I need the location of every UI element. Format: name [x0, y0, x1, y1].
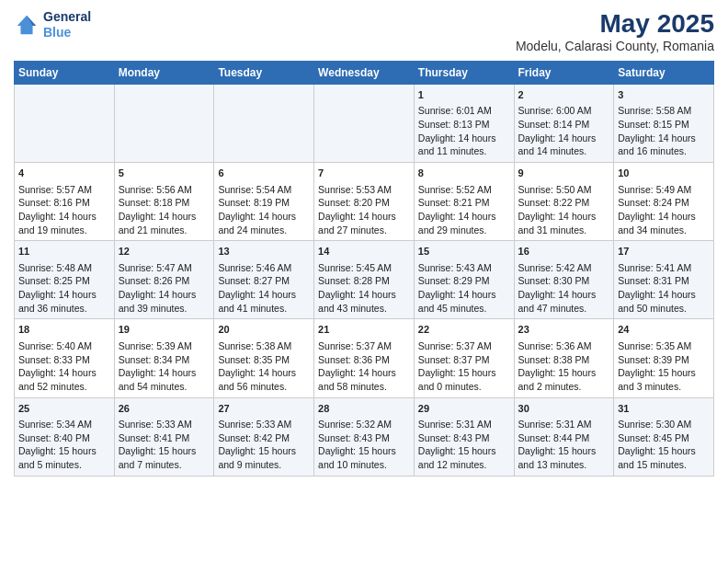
day-info: and 58 minutes. — [318, 380, 410, 394]
calendar-cell: 21Sunrise: 5:37 AMSunset: 8:36 PMDayligh… — [314, 319, 415, 397]
day-info: Sunrise: 5:39 AM — [119, 339, 210, 353]
title-block: May 2025 Modelu, Calarasi County, Romani… — [516, 9, 714, 53]
calendar-cell: 31Sunrise: 5:30 AMSunset: 8:45 PMDayligh… — [614, 397, 714, 476]
day-number: 3 — [618, 88, 710, 102]
header-day-tuesday: Tuesday — [214, 62, 314, 85]
day-number: 11 — [18, 245, 110, 259]
day-info: Sunrise: 5:37 AM — [318, 339, 410, 353]
day-info: and 9 minutes. — [218, 458, 310, 472]
day-info: and 2 minutes. — [518, 380, 610, 394]
day-info: Sunset: 8:45 PM — [618, 431, 710, 445]
day-info: Daylight: 14 hours — [119, 288, 210, 302]
calendar-cell: 23Sunrise: 5:36 AMSunset: 8:38 PMDayligh… — [514, 319, 614, 397]
day-info: Daylight: 14 hours — [318, 366, 410, 380]
day-info: Daylight: 14 hours — [18, 210, 110, 224]
day-info: Sunset: 8:33 PM — [18, 353, 110, 367]
day-info: Sunset: 8:44 PM — [518, 431, 610, 445]
logo-text: General Blue — [43, 9, 91, 40]
day-info: Daylight: 14 hours — [518, 210, 610, 224]
day-info: Daylight: 14 hours — [18, 366, 110, 380]
day-info: Sunset: 8:26 PM — [119, 274, 210, 288]
week-row-3: 11Sunrise: 5:48 AMSunset: 8:25 PMDayligh… — [15, 241, 714, 319]
day-info: Sunset: 8:28 PM — [318, 274, 410, 288]
day-info: Sunset: 8:16 PM — [18, 196, 110, 210]
day-info: Sunset: 8:39 PM — [618, 353, 710, 367]
day-number: 5 — [119, 167, 210, 180]
calendar-cell: 2Sunrise: 6:00 AMSunset: 8:14 PMDaylight… — [514, 85, 614, 163]
week-row-5: 25Sunrise: 5:34 AMSunset: 8:40 PMDayligh… — [15, 397, 714, 476]
header-day-friday: Friday — [514, 62, 614, 85]
day-info: and 12 minutes. — [418, 458, 510, 472]
calendar-cell: 16Sunrise: 5:42 AMSunset: 8:30 PMDayligh… — [514, 241, 614, 319]
day-number: 27 — [218, 402, 310, 416]
day-info: and 29 minutes. — [418, 224, 510, 237]
day-number: 21 — [318, 323, 410, 337]
day-info: and 10 minutes. — [318, 458, 410, 472]
day-info: Daylight: 14 hours — [318, 210, 410, 224]
day-number: 12 — [119, 245, 210, 259]
day-number: 9 — [518, 167, 610, 180]
day-info: Sunset: 8:38 PM — [518, 353, 610, 367]
day-number: 4 — [18, 167, 110, 180]
header-day-thursday: Thursday — [414, 62, 514, 85]
day-info: and 47 minutes. — [518, 302, 610, 316]
day-info: Daylight: 14 hours — [218, 288, 310, 302]
calendar-cell: 15Sunrise: 5:43 AMSunset: 8:29 PMDayligh… — [414, 241, 514, 319]
logo-icon — [14, 12, 40, 38]
calendar-cell: 26Sunrise: 5:33 AMSunset: 8:41 PMDayligh… — [114, 397, 214, 476]
day-info: Sunset: 8:14 PM — [518, 118, 610, 132]
day-info: Sunrise: 5:43 AM — [418, 261, 510, 275]
day-info: and 36 minutes. — [18, 302, 110, 316]
day-info: and 43 minutes. — [318, 302, 410, 316]
day-info: Sunrise: 5:33 AM — [119, 418, 210, 431]
header: General Blue May 2025 Modelu, Calarasi C… — [14, 9, 714, 53]
calendar-cell: 6Sunrise: 5:54 AMSunset: 8:19 PMDaylight… — [214, 163, 314, 241]
day-info: Sunrise: 5:46 AM — [218, 261, 310, 275]
day-info: and 0 minutes. — [418, 380, 510, 394]
day-info: and 13 minutes. — [518, 458, 610, 472]
day-info: Daylight: 14 hours — [318, 288, 410, 302]
calendar-cell: 14Sunrise: 5:45 AMSunset: 8:28 PMDayligh… — [314, 241, 415, 319]
day-info: Sunset: 8:29 PM — [418, 274, 510, 288]
subtitle: Modelu, Calarasi County, Romania — [516, 39, 714, 53]
calendar-cell: 25Sunrise: 5:34 AMSunset: 8:40 PMDayligh… — [15, 397, 115, 476]
day-info: Sunrise: 6:01 AM — [418, 104, 510, 118]
day-info: Daylight: 14 hours — [119, 210, 210, 224]
day-info: Sunset: 8:13 PM — [418, 118, 510, 132]
day-number: 31 — [618, 402, 710, 416]
day-info: Daylight: 14 hours — [18, 288, 110, 302]
day-info: and 39 minutes. — [119, 302, 210, 316]
logo: General Blue — [14, 9, 91, 40]
day-info: Sunrise: 5:35 AM — [618, 339, 710, 353]
header-day-wednesday: Wednesday — [314, 62, 415, 85]
day-info: Daylight: 14 hours — [618, 288, 710, 302]
calendar-cell: 12Sunrise: 5:47 AMSunset: 8:26 PMDayligh… — [114, 241, 214, 319]
calendar-cell: 30Sunrise: 5:31 AMSunset: 8:44 PMDayligh… — [514, 397, 614, 476]
day-number: 22 — [418, 323, 510, 337]
day-info: Sunrise: 5:52 AM — [418, 183, 510, 197]
day-info: Sunrise: 5:58 AM — [618, 104, 710, 118]
day-info: Sunrise: 5:31 AM — [518, 418, 610, 431]
calendar-cell: 10Sunrise: 5:49 AMSunset: 8:24 PMDayligh… — [614, 163, 714, 241]
page: General Blue May 2025 Modelu, Calarasi C… — [0, 0, 728, 563]
day-info: Daylight: 15 hours — [518, 444, 610, 458]
week-row-1: 1Sunrise: 6:01 AMSunset: 8:13 PMDaylight… — [15, 85, 714, 163]
day-info: and 45 minutes. — [418, 302, 510, 316]
day-info: Sunset: 8:42 PM — [218, 431, 310, 445]
day-info: Sunset: 8:15 PM — [618, 118, 710, 132]
day-info: Sunset: 8:20 PM — [318, 196, 410, 210]
day-info: Daylight: 14 hours — [218, 366, 310, 380]
day-number: 2 — [518, 88, 610, 102]
day-info: Sunrise: 5:33 AM — [218, 418, 310, 431]
calendar-cell: 8Sunrise: 5:52 AMSunset: 8:21 PMDaylight… — [414, 163, 514, 241]
day-number: 25 — [18, 402, 110, 416]
day-info: and 54 minutes. — [119, 380, 210, 394]
calendar-cell: 11Sunrise: 5:48 AMSunset: 8:25 PMDayligh… — [15, 241, 115, 319]
day-number: 18 — [18, 323, 110, 337]
day-info: Daylight: 14 hours — [618, 210, 710, 224]
day-info: Daylight: 14 hours — [418, 210, 510, 224]
day-info: Sunset: 8:30 PM — [518, 274, 610, 288]
day-info: Sunset: 8:24 PM — [618, 196, 710, 210]
day-info: Sunrise: 5:32 AM — [318, 418, 410, 431]
calendar-cell: 5Sunrise: 5:56 AMSunset: 8:18 PMDaylight… — [114, 163, 214, 241]
